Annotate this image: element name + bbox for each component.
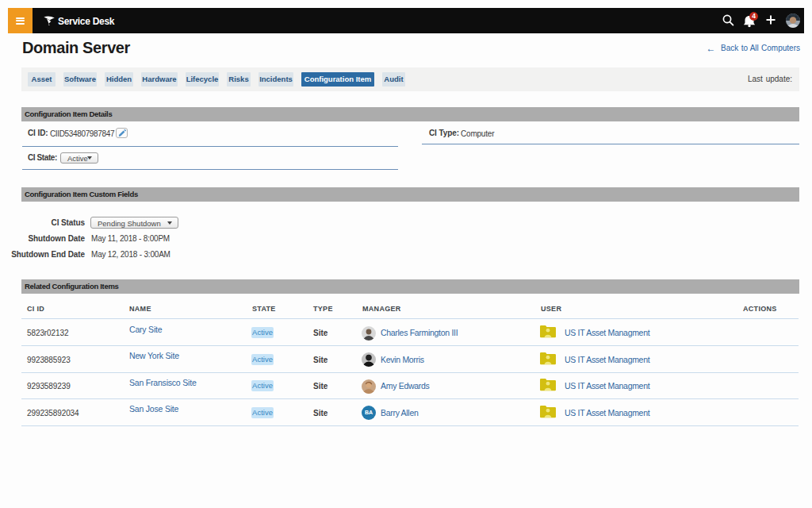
svg-text:4: 4 — [752, 12, 756, 20]
